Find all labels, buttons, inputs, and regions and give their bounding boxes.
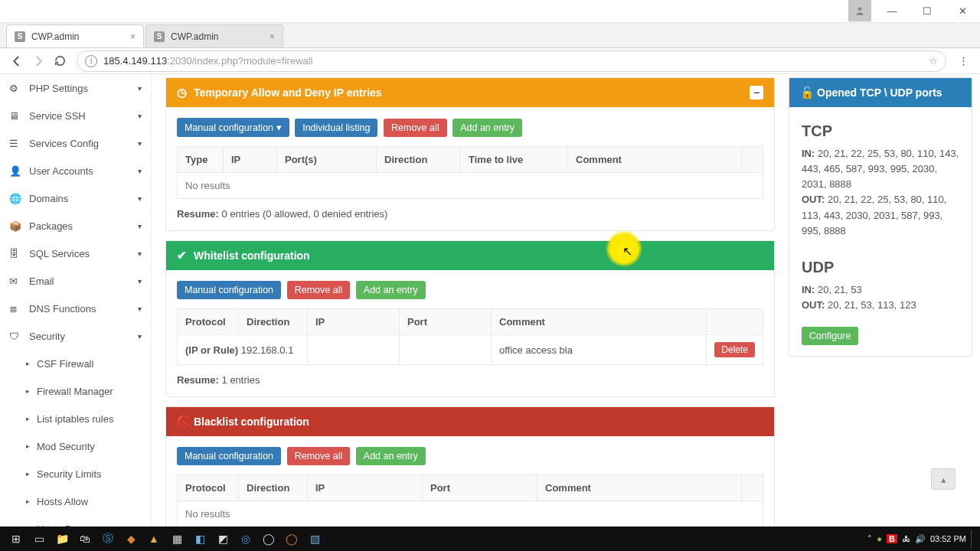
sidebar-item-services-config[interactable]: ☰ Services Config ▾: [0, 129, 151, 157]
cell-protocol: (IP or Rule): [185, 344, 238, 356]
sidebar-item-email[interactable]: ✉ Email ▾: [0, 267, 151, 295]
panel-temporary-entries: ◷ Temporary Allow and Deny IP entries − …: [165, 77, 775, 231]
remove-all-button[interactable]: Remove all: [384, 119, 447, 137]
add-entry-button[interactable]: Add an entry: [452, 119, 522, 137]
panel-header: ✔ Whitelist configuration: [166, 241, 774, 270]
manual-config-dropdown[interactable]: Manual configuration ▾: [177, 118, 289, 137]
sidebar: ⚙ PHP Settings ▾ 🖥 Service SSH ▾ ☰ Servi…: [0, 74, 152, 527]
tcp-in-line: IN: 20, 21, 22, 25, 53, 80, 110, 143, 44…: [802, 146, 959, 192]
collapse-button[interactable]: −: [750, 86, 763, 99]
sidebar-subitem-label: List iptables rules: [37, 413, 113, 425]
th-direction: Direction: [377, 147, 461, 173]
chevron-down-icon: ▾: [138, 332, 142, 341]
main-content[interactable]: ◷ Temporary Allow and Deny IP entries − …: [152, 74, 789, 527]
sidebar-item-sql-services[interactable]: 🗄 SQL Services ▾: [0, 240, 151, 267]
th-ttl: Time to live: [461, 147, 568, 173]
manual-config-button[interactable]: Manual configuration: [177, 281, 281, 299]
sidebar-subitem-label: Hosts Allow: [37, 496, 88, 507]
th-direction: Direction: [239, 475, 308, 501]
window-minimize-button[interactable]: —: [874, 0, 910, 23]
mail-icon: ✉: [9, 276, 29, 287]
th-comment: Comment: [568, 147, 742, 173]
panel-title: Temporary Allow and Deny IP entries: [194, 86, 382, 99]
panel-title: Opened TCP \ UDP ports: [817, 86, 942, 99]
add-entry-button[interactable]: Add an entry: [356, 447, 426, 465]
back-button[interactable]: [6, 51, 28, 72]
tab-close-button[interactable]: ×: [270, 31, 275, 42]
sidebar-item-domains[interactable]: 🌐 Domains ▾: [0, 184, 151, 212]
sidebar-subitem-label: Mod Security: [37, 441, 95, 452]
configure-button[interactable]: Configure: [802, 327, 858, 345]
package-icon: 📦: [9, 220, 29, 232]
remove-all-button[interactable]: Remove all: [287, 447, 351, 465]
scroll-to-top-button[interactable]: ▴: [931, 468, 956, 490]
whitelist-table: Protocol Direction IP Port Comment (IP o…: [177, 308, 763, 365]
sidebar-item-user-accounts[interactable]: 👤 User Accounts ▾: [0, 157, 151, 184]
sidebar-item-dns-functions[interactable]: ≣ DNS Functions ▾: [0, 295, 151, 322]
chevron-right-icon: ▸: [26, 497, 37, 505]
chrome-menu-button[interactable]: ⋮: [952, 51, 974, 72]
site-info-icon[interactable]: i: [85, 55, 97, 67]
sidebar-item-security[interactable]: 🛡 Security ▾: [0, 322, 151, 350]
th-port: Port: [423, 475, 537, 501]
shield-icon: 🛡: [9, 331, 29, 342]
sidebar-subitem-csf-firewall[interactable]: ▸CSF Firewall: [0, 350, 151, 377]
cell-comment: office access bla: [492, 335, 707, 365]
tab-title: CWP.admin: [31, 31, 79, 42]
app-frame: ⚙ PHP Settings ▾ 🖥 Service SSH ▾ ☰ Servi…: [0, 74, 980, 527]
browser-tab-0[interactable]: S CWP.admin ×: [6, 24, 144, 47]
delete-button[interactable]: Delete: [714, 342, 755, 357]
sidebar-item-label: Services Config: [29, 138, 99, 149]
reload-button[interactable]: [49, 51, 70, 72]
individual-listing-button[interactable]: Individual listing: [295, 119, 377, 137]
sidebar-item-php-settings[interactable]: ⚙ PHP Settings ▾: [0, 74, 151, 102]
sidebar-item-label: Service SSH: [29, 110, 86, 122]
sidebar-subitem-list-iptables[interactable]: ▸List iptables rules: [0, 405, 151, 432]
th-port: Port: [400, 309, 492, 335]
dns-icon: ≣: [9, 303, 29, 315]
sidebar-subitem-firewall-manager[interactable]: ▸Firewall Manager: [0, 377, 151, 405]
tab-close-button[interactable]: ×: [130, 31, 136, 42]
th-protocol: Protocol: [178, 475, 239, 501]
sidebar-subitem-hosts-deny[interactable]: ▸Hosts Deny: [0, 515, 151, 527]
manual-config-button[interactable]: Manual configuration: [177, 447, 281, 465]
check-icon: ✔: [177, 249, 194, 262]
chevron-down-icon: ▾: [138, 305, 142, 313]
browser-toolbar: i 185.4.149.113:2030/index.php?module=fi…: [0, 48, 980, 74]
tcp-out-line: OUT: 20, 21, 22, 25, 53, 80, 110, 113, 4…: [802, 192, 959, 238]
chevron-down-icon: ▾: [138, 277, 142, 285]
sidebar-item-label: Security: [29, 331, 65, 342]
udp-in-line: IN: 20, 21, 53: [802, 282, 959, 298]
add-entry-button[interactable]: Add an entry: [356, 281, 426, 299]
right-column: 🔓 Opened TCP \ UDP ports TCP IN: 20, 21,…: [789, 74, 980, 527]
sidebar-item-label: PHP Settings: [29, 83, 88, 94]
browser-tab-1[interactable]: S CWP.admin ×: [145, 24, 283, 47]
remove-all-button[interactable]: Remove all: [287, 281, 351, 299]
sidebar-subitem-hosts-allow[interactable]: ▸Hosts Allow: [0, 487, 151, 515]
bookmark-star-icon[interactable]: ☆: [929, 55, 938, 67]
th-comment: Comment: [537, 475, 742, 501]
sidebar-subitem-security-limits[interactable]: ▸Security Limits: [0, 460, 151, 487]
temp-entries-table: Type IP Port(s) Direction Time to live C…: [177, 146, 763, 199]
address-bar[interactable]: i 185.4.149.113:2030/index.php?module=fi…: [77, 51, 946, 72]
resume-line: Resume: 1 entries: [177, 374, 763, 386]
sidebar-subitem-label: Security Limits: [37, 468, 102, 480]
layers-icon: ☰: [9, 138, 29, 149]
forward-button[interactable]: [28, 51, 49, 72]
sidebar-subitem-mod-security[interactable]: ▸Mod Security: [0, 432, 151, 460]
user-avatar-button[interactable]: [848, 0, 871, 21]
user-icon: 👤: [9, 165, 29, 177]
panel-opened-ports: 🔓 Opened TCP \ UDP ports TCP IN: 20, 21,…: [789, 77, 972, 357]
udp-out-line: OUT: 20, 21, 53, 113, 123: [802, 298, 959, 313]
sidebar-item-service-ssh[interactable]: 🖥 Service SSH ▾: [0, 102, 151, 129]
sidebar-item-packages[interactable]: 📦 Packages ▾: [0, 212, 151, 240]
window-close-button[interactable]: ✕: [945, 0, 980, 23]
chevron-right-icon: ▸: [26, 415, 37, 422]
window-maximize-button[interactable]: ☐: [910, 0, 945, 23]
panel-whitelist: ✔ Whitelist configuration Manual configu…: [165, 240, 775, 397]
sidebar-item-label: Domains: [29, 193, 68, 204]
sidebar-item-label: SQL Services: [29, 248, 90, 259]
chevron-down-icon: ▾: [138, 139, 142, 148]
url-path: :2030/index.php?module=firewall: [167, 55, 312, 67]
os-titlebar: — ☐ ✕: [0, 0, 980, 23]
